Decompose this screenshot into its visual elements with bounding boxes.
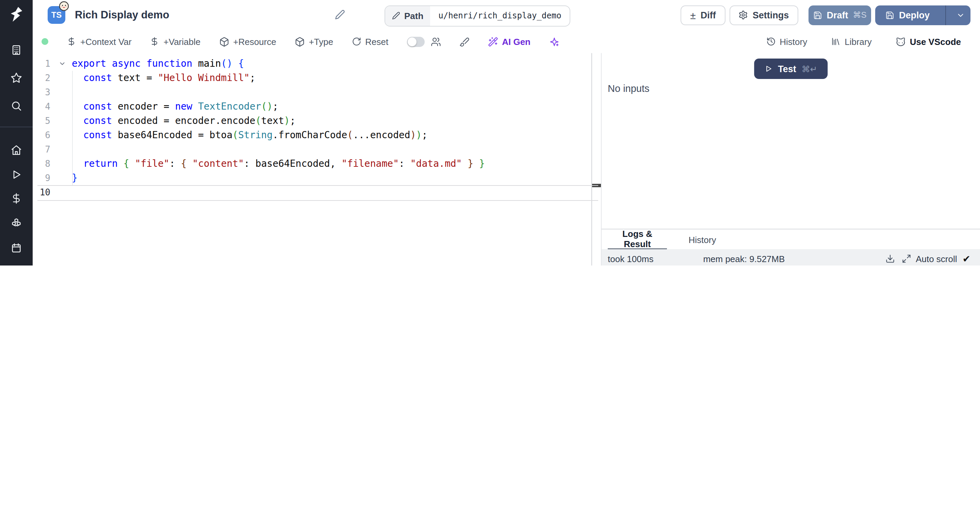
line-number: 2 xyxy=(33,71,50,85)
code-line[interactable]: 1export async function main() { xyxy=(33,56,592,71)
dollar-icon xyxy=(67,37,76,46)
line-number: 1 xyxy=(33,56,50,71)
path-field[interactable]: Path u/henri/rich_display_demo xyxy=(385,5,570,26)
path-label: Path xyxy=(404,11,423,21)
diff-icon: ± xyxy=(690,9,695,21)
code-line[interactable]: 4 const encoder = new TextEncoder(); xyxy=(33,99,592,114)
home-icon[interactable] xyxy=(11,144,22,156)
library-button[interactable]: Library xyxy=(831,37,872,47)
pencil-icon xyxy=(392,11,400,20)
sidebar-divider xyxy=(0,127,33,127)
play-icon[interactable] xyxy=(11,169,22,180)
tab-logs-result[interactable]: Logs & Result xyxy=(608,230,667,250)
no-inputs-label: No inputs xyxy=(608,83,649,94)
editor-scrollbar[interactable] xyxy=(592,53,601,266)
reset-button[interactable]: Reset xyxy=(352,37,388,47)
ai-gen-button[interactable]: AI Gen xyxy=(488,37,530,47)
users-icon[interactable] xyxy=(430,37,441,47)
line-number: 8 xyxy=(33,156,50,171)
path-label-section[interactable]: Path xyxy=(385,6,430,26)
code-line[interactable]: 2 const text = "Hello Windmill"; xyxy=(33,71,592,85)
line-number: 7 xyxy=(33,142,50,156)
code-line[interactable]: 5 const encoded = encoder.encode(text); xyxy=(33,114,592,128)
line-number: 4 xyxy=(33,99,50,114)
add-resource-button[interactable]: +Resource xyxy=(219,37,276,47)
download-logs-icon[interactable] xyxy=(885,254,894,263)
play-icon xyxy=(764,65,772,73)
autoscroll-label[interactable]: Auto scroll xyxy=(916,254,957,264)
current-line-highlight xyxy=(37,185,598,201)
building-icon[interactable] xyxy=(11,44,22,56)
cat-icon xyxy=(896,37,906,47)
format-button[interactable] xyxy=(459,37,469,47)
line-number: 3 xyxy=(33,85,50,99)
code-lines: 1export async function main() {2 const t… xyxy=(33,56,592,199)
run-panel: Test ⌘↵ No inputs Logs & Result History … xyxy=(601,53,980,266)
run-stats-bar: took 100ms mem peak: 9.527MB Auto scroll… xyxy=(601,249,980,266)
windmill-script-editor: TS Rich Display demo Path u/henri/rich_d… xyxy=(0,0,980,266)
mem-peak-label: mem peak: 9.527MB xyxy=(703,254,785,264)
diff-button[interactable]: ± Diff xyxy=(681,5,725,25)
sidebar xyxy=(0,0,33,266)
library-icon xyxy=(831,37,840,46)
status-dot xyxy=(41,38,48,45)
line-number: 9 xyxy=(33,171,50,185)
settings-button[interactable]: Settings xyxy=(729,5,798,25)
save-icon xyxy=(813,11,822,19)
edit-title-pencil-icon[interactable] xyxy=(335,10,345,20)
code-line[interactable]: 9} xyxy=(33,171,592,185)
code-line[interactable]: 8 return { "file": { "content": base64En… xyxy=(33,156,592,171)
header: TS Rich Display demo Path u/henri/rich_d… xyxy=(33,0,980,30)
diff-mode-toggle-group xyxy=(407,37,441,47)
gear-icon xyxy=(738,10,748,20)
search-icon[interactable] xyxy=(11,100,22,112)
code-line[interactable]: 3 xyxy=(33,85,592,99)
dollar-icon[interactable] xyxy=(11,193,22,204)
check-icon[interactable]: ✔ xyxy=(963,253,970,264)
expand-logs-icon[interactable] xyxy=(901,254,911,263)
deploy-button-divider xyxy=(945,5,946,25)
chevron-down-icon xyxy=(956,11,965,19)
deploy-dropdown[interactable] xyxy=(950,11,970,19)
line-number: 5 xyxy=(33,114,50,128)
add-variable-button[interactable]: +Variable xyxy=(150,37,201,47)
code-line[interactable]: 7 xyxy=(33,142,592,156)
paintbrush-icon xyxy=(459,37,469,47)
duration-label: took 100ms xyxy=(608,254,653,264)
page-title: Rich Display demo xyxy=(75,9,169,21)
dollar-icon xyxy=(150,37,159,46)
code-editor[interactable]: 1export async function main() {2 const t… xyxy=(33,53,592,266)
editor-toolbar: +Context Var +Variable +Resource +Type R… xyxy=(33,30,980,54)
test-button[interactable]: Test ⌘↵ xyxy=(754,59,827,79)
draft-button[interactable]: Draft ⌘S xyxy=(808,5,871,25)
windmill-logo[interactable] xyxy=(8,5,25,26)
toggle-switch[interactable] xyxy=(407,37,424,47)
deploy-button[interactable]: Deploy xyxy=(875,5,970,25)
fold-chevron-icon[interactable] xyxy=(59,56,66,71)
line-number: 6 xyxy=(33,128,50,142)
rotate-cw-icon xyxy=(352,37,361,46)
code-line[interactable]: 6 const base64Encoded = btoa(String.from… xyxy=(33,128,592,142)
calendar-icon[interactable] xyxy=(11,242,22,254)
tab-history[interactable]: History xyxy=(687,230,718,250)
test-shortcut: ⌘↵ xyxy=(802,64,817,74)
use-vscode-button[interactable]: Use VScode xyxy=(896,37,961,47)
draft-shortcut: ⌘S xyxy=(853,10,867,20)
wand-sparkles-icon xyxy=(488,37,498,47)
save-icon xyxy=(885,11,894,19)
ai-sparkles-button[interactable] xyxy=(549,37,559,47)
result-tabs: Logs & Result History xyxy=(601,229,980,250)
boxes-icon[interactable] xyxy=(11,217,22,229)
star-icon[interactable] xyxy=(11,72,22,84)
sparkles-icon xyxy=(549,37,559,47)
avatar-emoji xyxy=(59,1,69,14)
add-context-var-button[interactable]: +Context Var xyxy=(67,37,132,47)
history-icon xyxy=(766,37,775,46)
package-icon xyxy=(295,37,305,47)
path-value[interactable]: u/henri/rich_display_demo xyxy=(430,6,569,26)
add-type-button[interactable]: +Type xyxy=(295,37,334,47)
history-button[interactable]: History xyxy=(766,37,807,47)
package-icon xyxy=(219,37,229,47)
